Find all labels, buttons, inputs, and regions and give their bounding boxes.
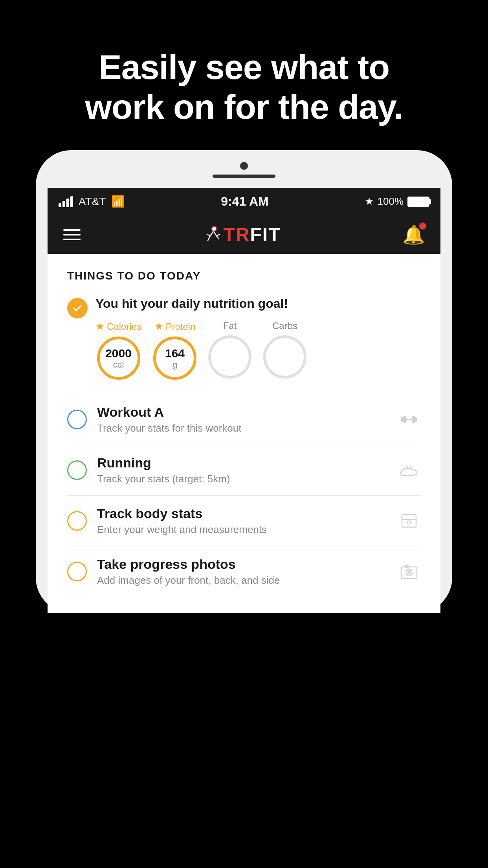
wifi-icon: 📶 [111, 195, 125, 208]
fat-circle [208, 335, 251, 379]
nutrition-stats: ★ Calories 2000 cal ★ [95, 320, 421, 380]
track-stats-title: Track body stats [97, 506, 387, 521]
calories-label: ★ Calories [95, 320, 141, 333]
status-right: ★ 100% [365, 195, 430, 208]
notifications-button[interactable]: 🔔 [402, 224, 425, 245]
workout-a-circle [67, 410, 87, 429]
battery-percentage: 100% [378, 195, 404, 208]
dumbbell-icon [397, 408, 421, 431]
svg-point-12 [408, 570, 410, 573]
nav-bar: TRFIT 🔔 [48, 215, 440, 254]
todo-item-workout-a[interactable]: Workout A Track your stats for this work… [67, 394, 421, 445]
nutrition-content: You hit your daily nutrition goal! ★ Cal… [95, 296, 421, 380]
nutrition-goal-row[interactable]: You hit your daily nutrition goal! ★ Cal… [67, 296, 421, 380]
phone-top [48, 162, 440, 184]
track-stats-circle [67, 511, 87, 531]
status-time: 9:41 AM [221, 194, 269, 209]
svg-rect-5 [412, 416, 415, 423]
svg-rect-6 [406, 419, 412, 420]
running-subtitle: Track your stats (target: 5km) [97, 473, 387, 485]
battery-icon [407, 197, 429, 207]
track-stats-text: Track body stats Enter your weight and m… [97, 506, 387, 536]
protein-label: ★ Protein [154, 320, 196, 333]
todo-item-progress-photos[interactable]: Take progress photos Add images of your … [67, 546, 421, 597]
phone-mockup: AT&T 📶 9:41 AM ★ 100% [36, 150, 452, 613]
star-icon-calories: ★ [95, 320, 105, 333]
divider-after-nutrition [67, 391, 421, 391]
stat-calories: ★ Calories 2000 cal [95, 320, 141, 380]
menu-button[interactable] [63, 229, 81, 240]
running-text: Running Track your stats (target: 5km) [97, 455, 387, 485]
app-content: THINGS TO DO TODAY You hit your daily nu… [48, 254, 440, 613]
stat-carbs: Carbs [263, 320, 306, 379]
logo-label: TRFIT [224, 224, 281, 245]
workout-a-text: Workout A Track your stats for this work… [97, 405, 387, 434]
stat-protein: ★ Protein 164 g [153, 320, 196, 380]
svg-rect-4 [404, 416, 406, 423]
stat-fat: Fat [208, 320, 251, 379]
workout-a-subtitle: Track your stats for this workout [97, 422, 387, 434]
shoe-icon [397, 458, 421, 482]
nutrition-goal-label: You hit your daily nutrition goal! [95, 296, 421, 311]
protein-circle: 164 g [153, 337, 196, 380]
running-circle [67, 460, 87, 480]
nutrition-check-circle [67, 298, 88, 318]
app-logo: TRFIT [202, 224, 281, 245]
home-indicator-top [213, 175, 275, 178]
camera-icon [397, 560, 421, 583]
star-icon-protein: ★ [154, 320, 163, 333]
status-left: AT&T 📶 [59, 195, 125, 208]
status-bar: AT&T 📶 9:41 AM ★ 100% [48, 188, 440, 215]
progress-photos-title: Take progress photos [97, 557, 387, 572]
signal-bars-icon [59, 196, 73, 207]
calories-circle: 2000 cal [97, 337, 140, 380]
checkmark-icon [72, 303, 83, 314]
phone-screen: AT&T 📶 9:41 AM ★ 100% [48, 188, 440, 613]
camera-dot [240, 162, 248, 170]
fat-label: Fat [223, 320, 237, 331]
notification-badge [419, 223, 426, 230]
carrier-label: AT&T [79, 195, 106, 208]
progress-photos-circle [67, 562, 87, 581]
logo-runner-icon [202, 225, 222, 245]
section-title: THINGS TO DO TODAY [67, 270, 421, 282]
progress-photos-text: Take progress photos Add images of your … [97, 557, 387, 587]
todo-item-running[interactable]: Running Track your stats (target: 5km) [67, 445, 421, 496]
svg-point-9 [407, 521, 411, 524]
progress-photos-subtitle: Add images of your front, back, and side [97, 574, 387, 587]
carbs-label: Carbs [272, 320, 297, 331]
todo-item-track-stats[interactable]: Track body stats Enter your weight and m… [67, 496, 421, 546]
track-stats-subtitle: Enter your weight and measurements [97, 524, 387, 536]
running-title: Running [97, 455, 387, 471]
workout-a-title: Workout A [97, 405, 387, 420]
hero-text: Easily see what to work on for the day. [53, 0, 435, 150]
bluetooth-icon: ★ [365, 195, 374, 208]
carbs-circle [263, 335, 306, 379]
scale-icon [397, 509, 421, 533]
